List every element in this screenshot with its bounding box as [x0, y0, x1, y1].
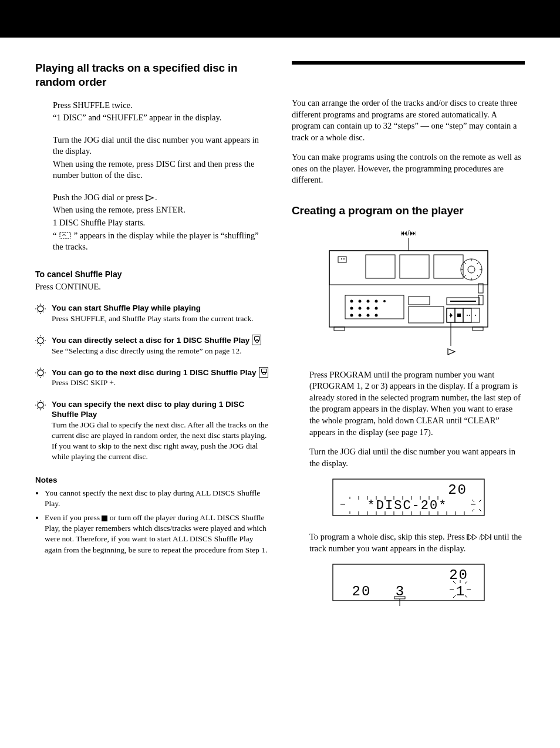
lightbulb-icon	[35, 303, 47, 324]
svg-rect-74	[409, 306, 444, 323]
svg-line-116	[479, 500, 481, 502]
cancel-title: To cancel Shuffle Play	[35, 269, 268, 279]
svg-point-65	[350, 306, 353, 309]
player-diagram: ⏮/⏭	[318, 228, 500, 358]
svg-line-16	[43, 337, 45, 338]
tip3-body: Press DISC SKIP +.	[52, 378, 268, 388]
intro-2: You can make programs using the controls…	[292, 151, 525, 186]
svg-point-83	[475, 315, 476, 316]
display2-mid: 3	[395, 584, 403, 599]
svg-point-48	[468, 266, 475, 273]
tip2-title-text: You can directly select a disc for 1 DIS…	[52, 336, 249, 345]
notes-title: Notes	[35, 476, 268, 484]
svg-rect-58	[478, 295, 483, 305]
player-diagram-wrap: ⏮/⏭	[292, 228, 525, 358]
svg-rect-87	[473, 327, 483, 331]
svg-line-56	[477, 275, 478, 277]
display-1: 20 *DISC-20*	[332, 479, 485, 520]
tip4-title: You can specify the next disc to play du…	[52, 399, 268, 420]
step1-line2: “1 DISC” and “SHUFFLE” appear in the dis…	[53, 112, 268, 124]
step-3: Push the JOG dial or press . When using …	[53, 192, 268, 253]
right-step-3: To program a whole disc, skip this step.…	[309, 531, 525, 554]
prev-next-icon: /	[467, 534, 491, 541]
svg-point-60	[350, 299, 353, 302]
remote-icon	[259, 367, 268, 378]
svg-line-118	[479, 509, 481, 511]
tip-4: You can specify the next disc to play du…	[35, 399, 268, 463]
svg-line-54	[477, 262, 478, 264]
svg-line-36	[43, 407, 45, 409]
svg-line-27	[43, 375, 45, 376]
step3-line1: Push the JOG dial or press .	[53, 192, 268, 204]
step3-pre: Push the JOG dial or press	[53, 193, 146, 202]
svg-text:/: /	[479, 534, 481, 541]
tip4-body: Turn the JOG dial to specify the next di…	[52, 420, 268, 463]
step3-l4b: ” appears in the display while the playe…	[53, 231, 259, 252]
svg-rect-86	[334, 327, 345, 331]
svg-line-115	[472, 500, 474, 502]
step-1: Press SHUFFLE twice. “1 DISC” and “SHUFF…	[53, 100, 268, 124]
svg-point-62	[366, 299, 369, 302]
step3-line4: “ ” appears in the display while the pla…	[53, 230, 268, 253]
svg-line-6	[37, 305, 38, 306]
svg-rect-41	[338, 257, 346, 262]
svg-line-26	[37, 375, 38, 376]
svg-point-81	[467, 315, 468, 316]
svg-point-69	[350, 314, 353, 316]
tip-3: You can go to the next disc during 1 DIS…	[35, 367, 268, 389]
svg-line-130	[465, 595, 467, 598]
svg-line-17	[37, 343, 38, 345]
right-step-2: Turn the JOG dial until the disc number …	[309, 446, 525, 469]
svg-line-25	[43, 369, 45, 370]
lightbulb-icon	[35, 367, 47, 389]
step2-line1: Turn the JOG dial until the disc number …	[53, 134, 268, 157]
shuffle-icon	[59, 231, 72, 240]
svg-rect-73	[409, 296, 430, 305]
svg-point-67	[366, 306, 369, 309]
svg-line-7	[43, 305, 45, 306]
svg-point-70	[358, 314, 361, 316]
svg-point-42	[341, 258, 342, 260]
svg-point-10	[38, 338, 43, 343]
cancel-body: Press CONTINUE.	[35, 281, 268, 293]
svg-line-15	[37, 337, 38, 338]
svg-rect-40	[329, 251, 488, 285]
display1-num: 20	[448, 482, 467, 498]
svg-point-28	[38, 402, 43, 408]
step3-line3: 1 DISC Shuffle Play starts.	[53, 217, 268, 229]
svg-line-35	[37, 407, 38, 409]
svg-line-33	[37, 402, 38, 403]
svg-point-1	[38, 306, 43, 312]
svg-rect-59	[345, 295, 404, 319]
step-2: Turn the JOG dial until the disc number …	[53, 134, 268, 181]
svg-point-66	[358, 306, 361, 309]
svg-point-68	[375, 306, 377, 309]
svg-rect-44	[366, 255, 395, 278]
display-2-wrap: 20 20 3 1	[292, 564, 525, 607]
diagram-top-label: ⏮/⏭	[400, 229, 416, 237]
main-content: Playing all tracks on a specified disc i…	[0, 38, 560, 619]
svg-point-64	[383, 300, 386, 302]
tip-1: You can start Shuffle Play while playing…	[35, 303, 268, 324]
svg-point-71	[366, 314, 369, 316]
svg-point-43	[343, 258, 345, 260]
tip-2: You can directly select a disc for 1 DIS…	[35, 335, 268, 356]
svg-rect-0	[60, 233, 70, 238]
step1-line1: Press SHUFFLE twice.	[53, 100, 268, 112]
display-1-wrap: 20 *DISC-20*	[292, 479, 525, 520]
display2-right-top: 20	[449, 567, 468, 583]
lightbulb-icon	[35, 335, 47, 356]
section-title-left: Playing all tracks on a specified disc i…	[35, 61, 268, 89]
note-2: Even if you press or turn off the player…	[45, 513, 268, 555]
notes-list: You cannot specify the next disc to play…	[35, 488, 268, 555]
tip3-title-text: You can go to the next disc during 1 DIS…	[52, 368, 257, 377]
section-title-right: Creating a program on the player	[292, 204, 525, 218]
svg-point-19	[38, 370, 43, 376]
step3-post: .	[155, 193, 157, 202]
stop-icon	[102, 515, 107, 521]
tip2-body: See “Selecting a disc directly using the…	[52, 346, 268, 356]
step2-line2: When using the remote, press DISC first …	[53, 159, 268, 181]
svg-rect-46	[434, 255, 463, 278]
display2-right-bottom: 1	[456, 584, 464, 599]
svg-line-53	[464, 262, 466, 264]
